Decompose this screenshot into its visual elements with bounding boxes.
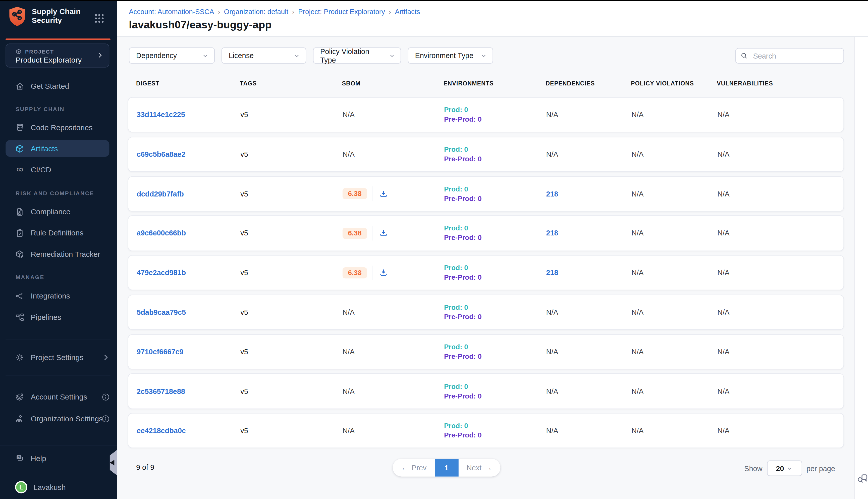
per-page-label: per page <box>806 464 835 472</box>
sidebar-item-compliance[interactable]: Compliance <box>0 204 117 219</box>
chevron-down-icon <box>202 52 209 59</box>
table-row[interactable]: 5dab9caa79c5 v5 N/A Prod: 0Pre-Prod: 0 N… <box>128 295 844 330</box>
digest-link[interactable]: 33d114e1c225 <box>137 111 185 119</box>
download-sbom-icon[interactable] <box>379 189 388 198</box>
dependencies-link[interactable]: 218 <box>546 190 558 198</box>
rule-definitions-icon <box>15 228 25 238</box>
vulnerabilities-value: N/A <box>717 427 843 435</box>
filter-dependency[interactable]: Dependency <box>129 48 215 63</box>
digest-link[interactable]: ee4218cdba0c <box>137 427 186 435</box>
right-gutter <box>854 37 868 499</box>
sidebar-item-project-settings[interactable]: Project Settings <box>0 349 117 365</box>
col-dependencies: DEPENDENCIES <box>546 80 631 87</box>
policy-violations-value: N/A <box>631 427 717 435</box>
support-chat-icon[interactable] <box>857 473 868 484</box>
current-page-button[interactable]: 1 <box>435 459 458 477</box>
policy-violations-value: N/A <box>631 269 717 277</box>
preprod-count: Pre-Prod: 0 <box>444 115 546 124</box>
table-row[interactable]: a9c6e00c66bb v5 6.38 Prod: 0Pre-Prod: 0 … <box>128 216 844 251</box>
pagination: ←Prev 1 Next→ <box>393 459 500 477</box>
sidebar-item-cicd[interactable]: ∞ CI/CD <box>0 162 117 178</box>
sidebar-item-organization-settings[interactable]: Organization Settings <box>0 411 117 426</box>
sidebar-item-rule-definitions[interactable]: Rule Definitions <box>0 225 117 241</box>
page-size-select[interactable]: 20 <box>767 460 802 476</box>
table-row[interactable]: 479e2acd981b v5 6.38 Prod: 0Pre-Prod: 0 … <box>128 255 844 290</box>
digest-link[interactable]: a9c6e00c66bb <box>137 229 186 238</box>
filter-bar: Dependency License Policy Violation Type… <box>129 48 493 63</box>
table-row[interactable]: 2c5365718e88 v5 N/A Prod: 0Pre-Prod: 0 N… <box>128 374 844 409</box>
sidebar-item-account-settings[interactable]: Account Settings <box>0 389 117 404</box>
tag-value: v5 <box>240 427 342 435</box>
page-title: lavakush07/easy-buggy-app <box>129 19 272 32</box>
tag-value: v5 <box>240 229 342 238</box>
sidebar-item-get-started[interactable]: Get Started <box>0 78 117 94</box>
tag-value: v5 <box>240 190 342 198</box>
breadcrumb-separator: › <box>218 8 220 15</box>
breadcrumb-organization[interactable]: Organization: default <box>224 8 288 15</box>
table-row[interactable]: 9710cf6667c9 v5 N/A Prod: 0Pre-Prod: 0 N… <box>128 334 844 369</box>
window-top-edge <box>0 0 868 1</box>
app-window: Supply Chain Security PROJECT Product Ex… <box>0 0 868 499</box>
sidebar-item-code-repositories[interactable]: Code Repositories <box>0 119 117 135</box>
col-digest: DIGEST <box>136 80 240 87</box>
divider <box>373 266 373 280</box>
user-menu[interactable]: L Lavakush <box>0 479 117 496</box>
filter-environment-type[interactable]: Environment Type <box>408 48 493 63</box>
prod-count: Prod: 0 <box>444 184 546 194</box>
app-switcher-grid-icon[interactable] <box>94 13 104 23</box>
info-icon[interactable] <box>101 393 110 401</box>
sidebar-item-remediation-tracker[interactable]: Remediation Tracker <box>0 246 117 262</box>
chevron-down-icon <box>787 465 793 471</box>
filter-label: License <box>229 51 254 60</box>
sbom-cell: 6.38 <box>343 266 444 280</box>
search-input[interactable] <box>752 51 853 61</box>
download-sbom-icon[interactable] <box>379 228 388 238</box>
tag-value: v5 <box>240 269 342 277</box>
shield-logo-icon <box>8 5 27 27</box>
chevron-down-icon <box>388 52 395 59</box>
sidebar-item-pipelines[interactable]: Pipelines <box>0 309 117 325</box>
digest-link[interactable]: 479e2acd981b <box>137 269 186 277</box>
table-row[interactable]: ee4218cdba0c v5 N/A Prod: 0Pre-Prod: 0 N… <box>128 413 844 448</box>
prod-count: Prod: 0 <box>444 382 546 391</box>
table-row[interactable]: dcdd29b7fafb v5 6.38 Prod: 0Pre-Prod: 0 … <box>128 176 844 211</box>
dependencies-link[interactable]: 218 <box>546 269 558 277</box>
digest-link[interactable]: 2c5365718e88 <box>137 387 185 395</box>
sidebar-item-integrations[interactable]: Integrations <box>0 288 117 304</box>
preprod-count: Pre-Prod: 0 <box>444 313 546 321</box>
filter-label: Policy Violation Type <box>320 47 384 64</box>
sbom-value: N/A <box>343 111 444 119</box>
preprod-count: Pre-Prod: 0 <box>444 273 546 282</box>
sidebar-item-artifacts[interactable]: Artifacts <box>5 140 109 157</box>
dependencies-link[interactable]: 218 <box>546 229 558 238</box>
arrow-left-icon: ← <box>401 464 408 472</box>
sbom-value: N/A <box>343 387 444 395</box>
next-page-button[interactable]: Next→ <box>458 464 500 472</box>
project-selector[interactable]: PROJECT Product Exploratory <box>5 44 109 68</box>
digest-link[interactable]: dcdd29b7fafb <box>137 190 184 198</box>
divider <box>373 226 373 241</box>
environments-cell: Prod: 0Pre-Prod: 0 <box>444 224 546 242</box>
filter-license[interactable]: License <box>222 48 307 63</box>
prev-page-button[interactable]: ←Prev <box>393 464 435 472</box>
table-row[interactable]: 33d114e1c225 v5 N/A Prod: 0Pre-Prod: 0 N… <box>128 97 844 132</box>
table-row[interactable]: c69c5b6a8ae2 v5 N/A Prod: 0Pre-Prod: 0 N… <box>128 137 844 172</box>
preprod-count: Pre-Prod: 0 <box>444 233 546 242</box>
policy-violations-value: N/A <box>631 348 717 356</box>
breadcrumb-artifacts[interactable]: Artifacts <box>395 8 420 15</box>
project-label: PROJECT <box>25 48 54 54</box>
filter-policy-violation-type[interactable]: Policy Violation Type <box>313 48 401 63</box>
breadcrumb-project[interactable]: Project: Product Exploratory <box>298 8 385 15</box>
vulnerabilities-value: N/A <box>717 308 843 316</box>
policy-violations-value: N/A <box>631 387 717 395</box>
digest-link[interactable]: c69c5b6a8ae2 <box>137 150 185 158</box>
chevron-right-icon <box>101 353 110 361</box>
sidebar-item-help[interactable]: ? Help <box>0 450 117 466</box>
digest-link[interactable]: 9710cf6667c9 <box>137 348 183 356</box>
prod-count: Prod: 0 <box>444 224 546 233</box>
breadcrumb-account[interactable]: Account: Automation-SSCA <box>129 8 214 15</box>
info-icon[interactable] <box>101 414 110 423</box>
download-sbom-icon[interactable] <box>379 268 388 278</box>
digest-link[interactable]: 5dab9caa79c5 <box>137 308 186 316</box>
dependencies-value: N/A <box>546 308 631 316</box>
